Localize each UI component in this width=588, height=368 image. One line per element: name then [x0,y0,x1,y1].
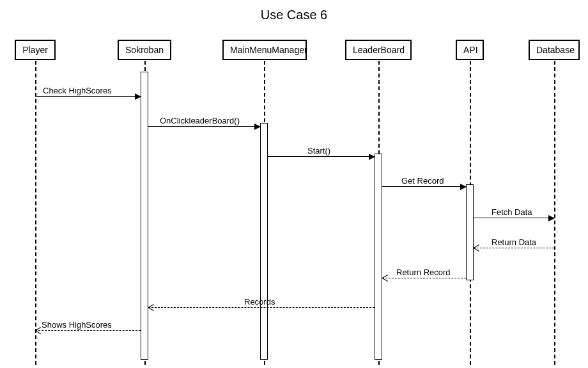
diagram-title: Use Case 6 [0,8,588,22]
arrow-icon [548,215,555,221]
participant-database: Database [529,40,580,60]
activation-leaderboard [375,154,382,360]
lifeline-database [554,61,555,365]
participant-sokroban: Sokroban [118,40,171,60]
msg-label: Fetch Data [491,207,532,217]
activation-api [466,184,474,280]
msg-label: Get Record [401,176,444,186]
lifeline-player [35,61,36,365]
msg-label: Return Record [396,268,451,277]
participant-mmm: MainMenuManager [222,40,307,60]
msg-return-data: Return Data [474,248,554,248]
msg-check-highscores: Check HighScores [35,96,141,97]
msg-return-record: Return Record [382,278,466,278]
msg-label: Return Data [491,237,536,247]
arrow-icon [135,93,141,100]
arrow-icon [460,184,467,190]
msg-label: Records [244,297,275,307]
msg-shows-highscores: Shows HighScores [35,330,141,331]
activation-mmm [260,123,268,360]
msg-fetch-data: Fetch Data [474,218,554,218]
participant-leaderboard: LeaderBoard [345,40,412,60]
arrow-icon [254,124,261,130]
msg-start: Start() [268,156,375,157]
msg-get-record: Get Record [382,186,466,187]
activation-sokroban [141,72,148,360]
msg-records: Records [148,307,375,308]
participant-player: Player [15,40,56,60]
participant-api: API [456,40,484,60]
arrow-icon [369,154,375,160]
msg-label: Check HighScores [43,86,112,95]
msg-label: Shows HighScores [42,320,112,330]
msg-onclickleaderboard: OnClickleaderBoard() [148,126,260,127]
msg-label: OnClickleaderBoard() [160,116,240,125]
msg-label: Start() [307,146,330,156]
